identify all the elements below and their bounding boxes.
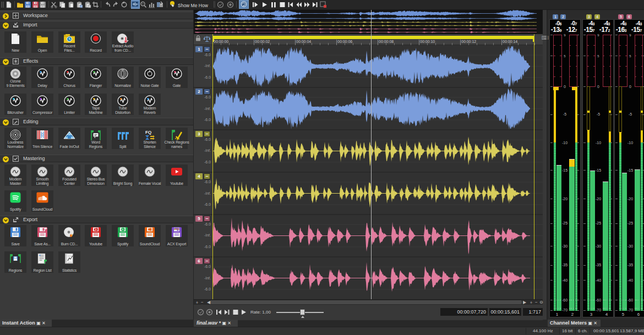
svg-text:-20: -20 — [562, 197, 567, 201]
svg-text:-60: -60 — [627, 298, 633, 302]
svg-text:-20: -20 — [596, 197, 601, 201]
svg-text:5: 5 — [597, 54, 599, 58]
svg-text:0: 0 — [629, 85, 631, 89]
svg-text:1: 1 — [556, 312, 559, 317]
svg-text:9: 9 — [597, 34, 599, 37]
svg-text:-35: -35 — [596, 263, 601, 267]
svg-text:-40: -40 — [596, 278, 601, 282]
svg-text:-15: -15 — [627, 168, 633, 172]
svg-text:6: 6 — [637, 312, 640, 317]
svg-text:-40: -40 — [562, 278, 567, 282]
svg-text:-30: -30 — [627, 244, 633, 248]
svg-text:0: 0 — [564, 85, 566, 89]
svg-text:-35: -35 — [562, 263, 567, 267]
svg-text:-35: -35 — [627, 263, 633, 267]
svg-text:-25: -25 — [627, 221, 633, 225]
svg-text:-30: -30 — [596, 244, 601, 248]
svg-text:-25: -25 — [562, 221, 567, 225]
svg-text:-10: -10 — [562, 141, 567, 145]
svg-text:-25: -25 — [596, 221, 601, 225]
svg-text:-70: -70 — [596, 308, 601, 312]
svg-text:4: 4 — [605, 312, 608, 317]
svg-text:-70: -70 — [627, 308, 633, 312]
svg-text:0: 0 — [597, 85, 599, 89]
svg-text:-15: -15 — [596, 168, 601, 172]
svg-text:5: 5 — [629, 54, 631, 58]
svg-text:-70: -70 — [562, 308, 567, 312]
svg-text:-30: -30 — [562, 244, 567, 248]
svg-text:-60: -60 — [596, 298, 601, 302]
svg-text:-60: -60 — [562, 298, 567, 302]
svg-text:-10: -10 — [627, 141, 633, 145]
svg-text:9: 9 — [564, 34, 566, 37]
svg-text:-5: -5 — [563, 112, 566, 116]
svg-text:-20: -20 — [627, 197, 633, 201]
svg-text:-5: -5 — [597, 112, 600, 116]
svg-text:-5: -5 — [629, 112, 632, 116]
svg-text:5: 5 — [564, 54, 566, 58]
svg-text:3: 3 — [590, 312, 593, 317]
svg-text:-10: -10 — [596, 141, 601, 145]
svg-text:2: 2 — [571, 312, 574, 317]
svg-text:5: 5 — [622, 312, 625, 317]
svg-text:-15: -15 — [562, 168, 567, 172]
svg-text:-40: -40 — [627, 278, 633, 282]
svg-text:9: 9 — [629, 34, 631, 37]
